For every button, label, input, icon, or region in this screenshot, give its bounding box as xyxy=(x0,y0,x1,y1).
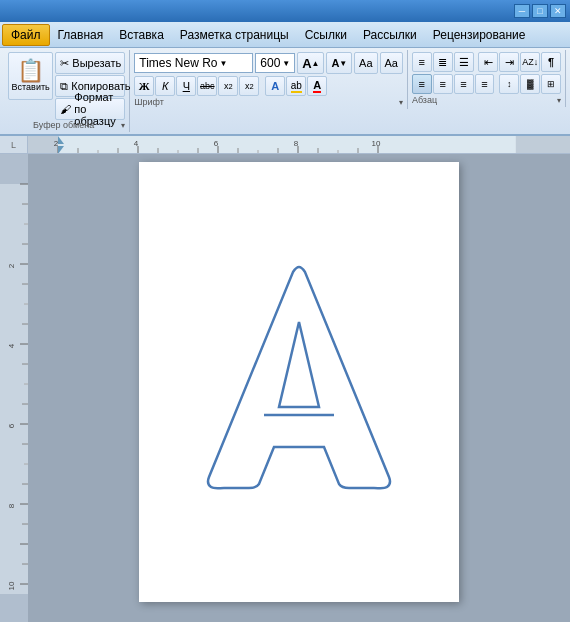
font-group-label: Шрифт xyxy=(134,97,164,107)
ruler-ticks: 2 4 6 8 10 xyxy=(28,136,570,154)
menu-layout[interactable]: Разметка страницы xyxy=(172,25,297,45)
italic-button[interactable]: К xyxy=(155,76,175,96)
paragraph-group-label: Абзац xyxy=(412,95,437,105)
sort-button[interactable]: AZ↓ xyxy=(520,52,540,72)
line-spacing-button[interactable]: ↕ xyxy=(499,74,519,94)
ruler-main[interactable]: 2 4 6 8 10 xyxy=(28,136,570,154)
superscript-button[interactable]: x2 xyxy=(239,76,259,96)
menu-bar: Файл Главная Вставка Разметка страницы С… xyxy=(0,22,570,48)
letter-a-svg xyxy=(189,247,409,517)
menu-review[interactable]: Рецензирование xyxy=(425,25,534,45)
svg-text:6: 6 xyxy=(7,423,16,428)
underline-icon: Ч xyxy=(183,80,190,92)
svg-rect-2 xyxy=(516,136,570,154)
close-button[interactable]: ✕ xyxy=(550,4,566,18)
menu-mailings[interactable]: Рассылки xyxy=(355,25,425,45)
subscript-button[interactable]: x2 xyxy=(218,76,238,96)
svg-text:10: 10 xyxy=(372,139,381,148)
menu-home[interactable]: Главная xyxy=(50,25,112,45)
font-name-row: Times New Ro ▼ 600 ▼ A▲ A▼ Aa Aa xyxy=(134,52,403,74)
svg-text:8: 8 xyxy=(7,503,16,508)
align-left-button[interactable]: ≡ xyxy=(412,74,432,94)
align-right-button[interactable]: ≡ xyxy=(454,74,474,94)
font-name-dropdown-icon: ▼ xyxy=(220,59,228,68)
bullets-button[interactable]: ≡ xyxy=(412,52,432,72)
clipboard-small-buttons: ✂ Вырезать ⧉ Копировать 🖌 Формат по обра… xyxy=(55,52,125,120)
svg-rect-27 xyxy=(0,154,28,622)
document-area[interactable] xyxy=(28,154,570,622)
paste-icon: 📋 xyxy=(17,60,44,82)
font-group: Times New Ro ▼ 600 ▼ A▲ A▼ Aa Aa Ж К xyxy=(130,50,408,109)
paste-button[interactable]: 📋 Вставить xyxy=(8,52,53,100)
strikethrough-icon: abc xyxy=(200,81,215,91)
format-painter-button[interactable]: 🖌 Формат по образцу xyxy=(55,98,125,120)
increase-indent-button[interactable]: ⇥ xyxy=(499,52,519,72)
svg-rect-0 xyxy=(28,136,570,154)
highlight-button[interactable]: ab xyxy=(286,76,306,96)
text-effects-button[interactable]: A xyxy=(265,76,285,96)
font-size-input[interactable]: 600 ▼ xyxy=(255,53,295,73)
ruler-corner-icon: L xyxy=(11,140,16,150)
bold-icon: Ж xyxy=(139,80,150,92)
highlight-icon: ab xyxy=(291,80,302,93)
paragraph-expand-icon[interactable]: ▾ xyxy=(557,96,561,105)
paragraph-group: ≡ ≣ ☰ ⇤ ⇥ AZ↓ ¶ ≡ ≡ ≡ ≡ ↕ ▓ ⊞ Абзац xyxy=(408,50,566,107)
cut-label: Вырезать xyxy=(72,57,121,69)
italic-icon: К xyxy=(162,80,168,92)
clipboard-group: 📋 Вставить ✂ Вырезать ⧉ Копировать 🖌 Фор… xyxy=(4,50,130,132)
align-center-button[interactable]: ≡ xyxy=(433,74,453,94)
minimize-button[interactable]: ─ xyxy=(514,4,530,18)
menu-references[interactable]: Ссылки xyxy=(297,25,355,45)
paste-label: Вставить xyxy=(12,82,50,92)
bold-button[interactable]: Ж xyxy=(134,76,154,96)
menu-file[interactable]: Файл xyxy=(2,24,50,46)
svg-text:6: 6 xyxy=(214,139,219,148)
window-controls: ─ □ ✕ xyxy=(514,4,566,18)
clipboard-label: Буфер обмена xyxy=(8,120,119,130)
font-size-value: 600 xyxy=(260,56,280,70)
clipboard-expand-icon[interactable]: ▾ xyxy=(121,121,125,130)
numbering-button[interactable]: ≣ xyxy=(433,52,453,72)
font-shrink-button[interactable]: A▼ xyxy=(326,52,352,74)
font-size-dropdown-icon: ▼ xyxy=(282,59,290,68)
font-color-button[interactable]: A xyxy=(307,76,327,96)
svg-rect-28 xyxy=(0,154,28,184)
multilevel-button[interactable]: ☰ xyxy=(454,52,474,72)
restore-button[interactable]: □ xyxy=(532,4,548,18)
svg-rect-29 xyxy=(0,594,28,622)
shading-button[interactable]: ▓ xyxy=(520,74,540,94)
font-grow-button[interactable]: A▲ xyxy=(297,52,324,74)
cut-button[interactable]: ✂ Вырезать xyxy=(55,52,125,74)
main-area: 2 4 6 8 10 xyxy=(0,154,570,622)
ruler: L 2 4 xyxy=(0,136,570,154)
ruler-corner[interactable]: L xyxy=(0,136,28,154)
vertical-ruler-ticks: 2 4 6 8 10 xyxy=(0,154,28,622)
show-formatting-button[interactable]: ¶ xyxy=(541,52,561,72)
font-name-input[interactable]: Times New Ro ▼ xyxy=(134,53,253,73)
strikethrough-button[interactable]: abc xyxy=(197,76,217,96)
svg-text:8: 8 xyxy=(294,139,299,148)
document-page xyxy=(139,162,459,602)
menu-insert[interactable]: Вставка xyxy=(111,25,172,45)
font-expand-icon[interactable]: ▾ xyxy=(399,98,403,107)
clear-format-button[interactable]: Aa xyxy=(354,52,377,74)
subscript-icon: 2 xyxy=(228,82,232,91)
text-effects-icon: A xyxy=(271,80,279,92)
svg-text:4: 4 xyxy=(134,139,139,148)
underline-button[interactable]: Ч xyxy=(176,76,196,96)
justify-button[interactable]: ≡ xyxy=(475,74,495,94)
svg-text:10: 10 xyxy=(7,581,16,590)
copy-icon: ⧉ xyxy=(60,80,68,93)
decrease-indent-button[interactable]: ⇤ xyxy=(478,52,498,72)
format-painter-icon: 🖌 xyxy=(60,103,71,115)
change-case-button[interactable]: Aa xyxy=(380,52,403,74)
para-row1: ≡ ≣ ☰ ⇤ ⇥ AZ↓ ¶ xyxy=(412,52,561,72)
svg-text:2: 2 xyxy=(7,263,16,268)
para-row2: ≡ ≡ ≡ ≡ ↕ ▓ ⊞ xyxy=(412,74,561,94)
font-color-icon: A xyxy=(313,79,321,93)
vertical-ruler: 2 4 6 8 10 xyxy=(0,154,28,622)
cut-icon: ✂ xyxy=(60,57,69,70)
font-format-row: Ж К Ч abc x2 x2 A xyxy=(134,76,403,96)
superscript-icon: 2 xyxy=(249,82,253,91)
borders-button[interactable]: ⊞ xyxy=(541,74,561,94)
